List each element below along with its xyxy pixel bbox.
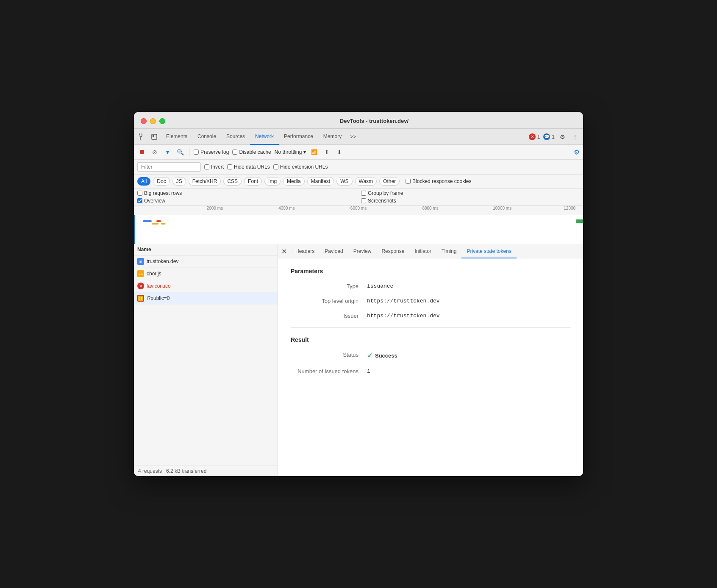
chip-font[interactable]: Font [244, 177, 262, 186]
msg-badge-row: 💬 1 [543, 133, 555, 140]
tab-network[interactable]: Network [250, 129, 279, 145]
hide-data-urls-checkbox[interactable]: Hide data URLs [227, 164, 270, 170]
titlebar: DevTools - trusttoken.dev/ [134, 112, 583, 129]
blocked-cookies-checkbox[interactable]: Blocked response cookies [406, 178, 471, 184]
ruler-6000: 6000 ms [350, 206, 367, 211]
requests-container[interactable]: ≡ trusttoken.dev JS cbor.js ✕ favicon.ic… [134, 255, 278, 466]
close-button[interactable] [141, 118, 147, 124]
search-icon[interactable]: 🔍 [175, 147, 185, 157]
detail-tab-payload[interactable]: Payload [320, 245, 348, 258]
filter-input[interactable] [137, 162, 201, 172]
req-icon-doc: ≡ [137, 258, 144, 265]
main-tabs-bar: Elements Console Sources Network Perform… [134, 129, 583, 145]
chip-css[interactable]: CSS [223, 177, 242, 186]
network-settings-icon[interactable]: ⚙ [574, 148, 580, 156]
detail-tab-private-state-tokens[interactable]: Private state tokens [461, 245, 516, 258]
detail-close-button[interactable]: ✕ [281, 244, 290, 259]
traffic-lights [141, 118, 165, 124]
tab-sources[interactable]: Sources [221, 129, 250, 145]
preserve-log-checkbox[interactable]: Preserve log [194, 149, 229, 155]
more-options-icon[interactable]: ⋮ [570, 132, 580, 142]
more-tabs-button[interactable]: >> [347, 132, 359, 141]
param-origin-value: https://trusttoken.dev [367, 298, 440, 304]
chip-fetch-xhr[interactable]: Fetch/XHR [189, 177, 221, 186]
detail-tab-response[interactable]: Response [376, 245, 409, 258]
tab-performance[interactable]: Performance [279, 129, 318, 145]
chip-ws[interactable]: WS [336, 177, 352, 186]
req-icon-public: JS [137, 295, 144, 302]
clear-button[interactable]: ⊘ [150, 147, 159, 157]
req-icon-js: JS [137, 270, 144, 277]
bar-err [156, 220, 161, 222]
tab-console[interactable]: Console [192, 129, 221, 145]
inspect-icon[interactable] [149, 132, 159, 142]
msg-count: 1 [552, 134, 555, 140]
chip-manifest[interactable]: Manifest [307, 177, 334, 186]
check-icon: ✓ [367, 352, 372, 360]
detail-tab-initiator[interactable]: Initiator [409, 245, 436, 258]
ruler-8000: 8000 ms [422, 206, 438, 211]
detail-panel: ✕ Headers Payload Preview Response Initi… [278, 244, 583, 476]
screenshots-checkbox[interactable]: Screenshots [361, 198, 580, 204]
chip-img[interactable]: Img [264, 177, 281, 186]
param-tokens-value: 1 [367, 368, 370, 374]
param-tokens-row: Number of issued tokens 1 [291, 368, 570, 374]
chip-doc[interactable]: Doc [153, 177, 170, 186]
maximize-button[interactable] [159, 118, 165, 124]
group-frame-checkbox[interactable]: Group by frame [361, 190, 580, 196]
invert-checkbox[interactable]: Invert [204, 164, 224, 170]
detail-tab-preview[interactable]: Preview [348, 245, 377, 258]
chip-wasm[interactable]: Wasm [355, 177, 377, 186]
chip-js[interactable]: JS [172, 177, 186, 186]
timeline-container: 2000 ms 4000 ms 6000 ms 8000 ms 10000 ms… [134, 206, 583, 244]
options-col-right: Group by frame Screenshots [361, 190, 580, 204]
options-col-left: Big request rows Overview [137, 190, 356, 204]
overview-checkbox[interactable]: Overview [137, 198, 356, 204]
request-item-favicon[interactable]: ✕ favicon.ico [134, 280, 278, 292]
ruler-4000: 4000 ms [278, 206, 295, 211]
filter-icon[interactable]: ▾ [163, 147, 172, 157]
stop-recording-button[interactable]: ⏹ [137, 147, 147, 157]
req-name-cbor: cbor.js [147, 271, 161, 277]
param-issuer-value: https://trusttoken.dev [367, 313, 440, 319]
param-origin-label: Top level origin [291, 298, 367, 304]
devtools-panel: Elements Console Sources Network Perform… [134, 129, 583, 476]
tab-memory[interactable]: Memory [318, 129, 347, 145]
chip-other[interactable]: Other [379, 177, 400, 186]
filter-chips-bar: All Doc JS Fetch/XHR CSS Font Img Media … [134, 175, 583, 189]
network-toolbar: ⏹ ⊘ ▾ 🔍 Preserve log Disable cache No th… [134, 145, 583, 160]
settings-gear-icon[interactable]: ⚙ [558, 132, 567, 142]
upload-icon[interactable]: ⬆ [322, 147, 331, 157]
error-badge: ✕ [529, 133, 536, 140]
bar-js [152, 223, 158, 225]
tab-elements[interactable]: Elements [161, 129, 192, 145]
result-title: Result [291, 336, 570, 343]
param-status-value: ✓ Success [367, 352, 397, 360]
chip-media[interactable]: Media [283, 177, 305, 186]
disable-cache-checkbox[interactable]: Disable cache [232, 149, 271, 155]
throttle-dropdown[interactable]: No throttling ▾ [275, 149, 306, 155]
req-name-favicon: favicon.ico [147, 283, 171, 289]
devtools-window: DevTools - trusttoken.dev/ Elements [134, 112, 583, 476]
cursor-icon[interactable] [137, 132, 147, 142]
detail-tab-headers[interactable]: Headers [290, 245, 320, 258]
request-item-public[interactable]: JS i?public=0 [134, 292, 278, 305]
requests-transferred: 6.2 kB transferred [166, 468, 206, 474]
requests-count: 4 requests [138, 468, 162, 474]
error-count: 1 [537, 134, 540, 140]
req-icon-err: ✕ [137, 283, 144, 289]
detail-tab-timing[interactable]: Timing [436, 245, 462, 258]
download-icon[interactable]: ⬇ [335, 147, 344, 157]
blue-indicator [134, 215, 135, 244]
chip-all[interactable]: All [137, 177, 150, 186]
timeline-cursor [179, 215, 179, 244]
request-item-trusttoken[interactable]: ≡ trusttoken.dev [134, 255, 278, 268]
detail-content: Parameters Type Issuance Top level origi… [278, 259, 583, 476]
separator [189, 148, 189, 156]
big-rows-checkbox[interactable]: Big request rows [137, 190, 356, 196]
request-item-cbor[interactable]: JS cbor.js [134, 268, 278, 280]
wifi-icon[interactable]: 📶 [309, 147, 319, 157]
hide-ext-urls-checkbox[interactable]: Hide extension URLs [273, 164, 328, 170]
param-issuer-label: Issuer [291, 313, 367, 319]
minimize-button[interactable] [150, 118, 156, 124]
